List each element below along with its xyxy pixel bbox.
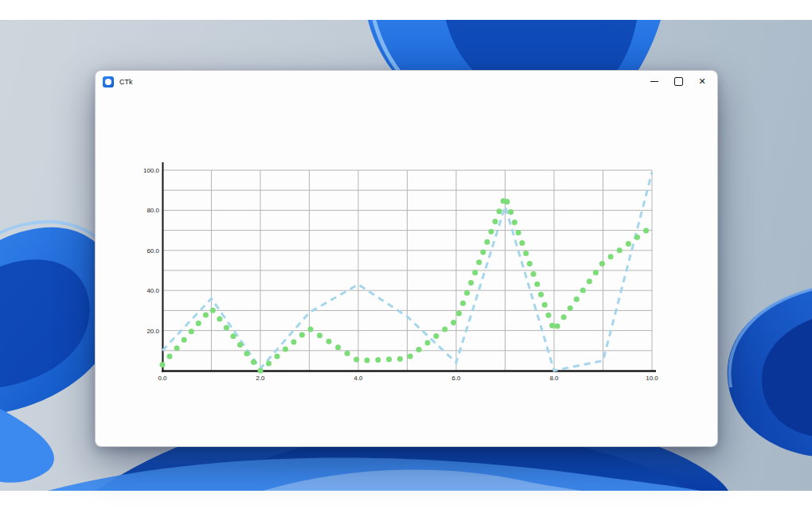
svg-text:4.0: 4.0	[353, 375, 363, 382]
svg-text:60.0: 60.0	[146, 247, 159, 255]
svg-text:10.0: 10.0	[646, 375, 658, 382]
svg-text:0.0: 0.0	[158, 375, 167, 382]
chart-canvas: 100.080.060.040.020.00.02.04.06.08.010.0	[136, 156, 677, 391]
title-bar[interactable]: CTk ✕	[96, 71, 717, 92]
window-controls: ✕	[642, 71, 717, 92]
chart-area: 100.080.060.040.020.00.02.04.06.08.010.0	[136, 156, 677, 391]
window-title: CTk	[119, 78, 642, 86]
svg-text:8.0: 8.0	[549, 375, 559, 382]
ctk-window: CTk ✕ 100.080.060.040.020.00.02.04.06.08…	[95, 70, 718, 447]
svg-text:80.0: 80.0	[146, 207, 159, 214]
svg-text:6.0: 6.0	[451, 375, 461, 382]
svg-text:100.0: 100.0	[143, 167, 160, 174]
maximize-button[interactable]	[666, 71, 690, 92]
maximize-icon	[674, 77, 683, 86]
svg-text:40.0: 40.0	[146, 287, 159, 294]
minimize-button[interactable]	[642, 71, 666, 92]
app-icon	[103, 76, 114, 87]
close-button[interactable]: ✕	[690, 71, 714, 92]
svg-text:2.0: 2.0	[256, 375, 265, 382]
close-icon: ✕	[698, 77, 705, 86]
minimize-icon	[650, 81, 658, 82]
svg-text:20.0: 20.0	[146, 328, 159, 335]
